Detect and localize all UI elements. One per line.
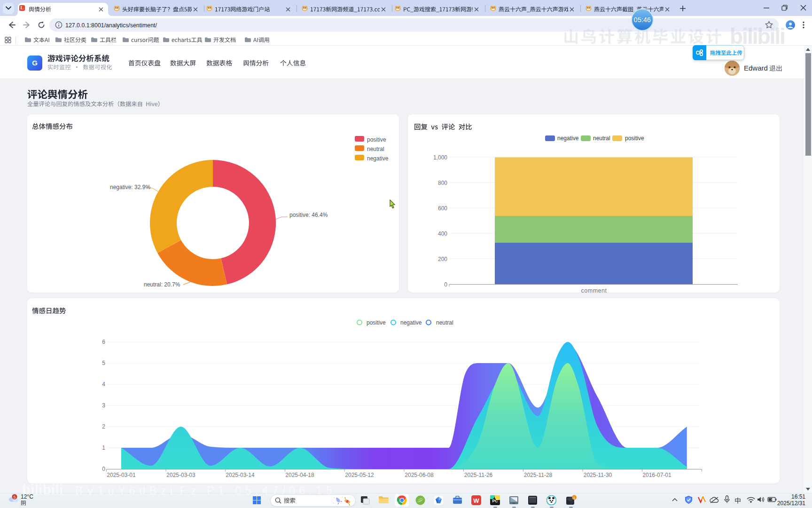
- svg-text:5: 5: [13, 495, 16, 500]
- svg-text:PC: PC: [492, 499, 498, 503]
- svg-text:1: 1: [573, 496, 576, 500]
- svg-text:W: W: [473, 497, 479, 504]
- svg-text:05:46: 05:46: [634, 16, 651, 24]
